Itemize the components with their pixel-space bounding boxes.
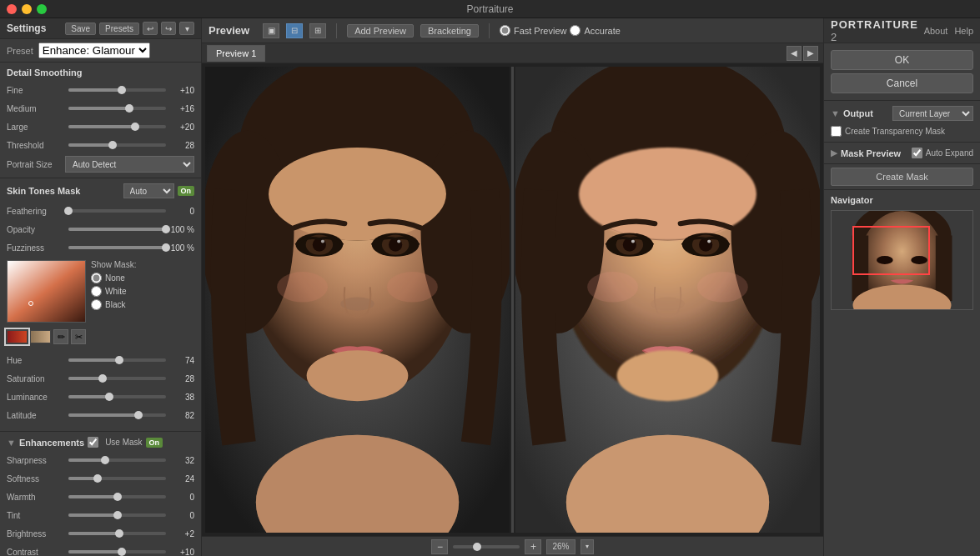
window-controls — [7, 4, 47, 14]
feathering-slider[interactable] — [68, 209, 166, 213]
tab-prev-button[interactable]: ◀ — [787, 46, 802, 61]
warmth-value: 0 — [169, 493, 194, 502]
red-swatch[interactable] — [7, 330, 28, 343]
preview-bottom-bar: − + 26% ▾ — [202, 536, 823, 556]
bracketing-button[interactable]: Bracketing — [420, 24, 479, 38]
create-mask-button[interactable]: Create Mask — [831, 168, 973, 186]
skin-mask-on-badge: On — [178, 186, 195, 196]
fine-slider[interactable] — [68, 88, 166, 92]
output-section: ▼ Output Current Layer New Layer New Doc… — [824, 101, 980, 143]
grid-view-btn[interactable]: ⊞ — [309, 23, 326, 38]
warmth-label: Warmth — [7, 493, 65, 502]
mask-preview-toggle[interactable]: ▶ — [831, 148, 837, 158]
eyedropper-add-button[interactable]: ✏ — [53, 329, 68, 344]
output-select[interactable]: Current Layer New Layer New Document — [892, 106, 973, 121]
color-point[interactable] — [28, 301, 33, 306]
sharpness-slider[interactable] — [68, 458, 166, 462]
cancel-button[interactable]: Cancel — [831, 73, 973, 93]
svg-point-15 — [397, 240, 400, 243]
eyedropper-remove-button[interactable]: ✂ — [71, 329, 86, 344]
portrait-size-select[interactable]: Auto Detect Small Medium Large — [65, 156, 194, 173]
use-mask-checkbox[interactable] — [88, 437, 98, 448]
opacity-slider-row: Opacity 100 % — [7, 222, 194, 237]
before-portrait-svg — [205, 67, 510, 533]
contrast-slider[interactable] — [68, 550, 166, 553]
skin-tones-header: Skin Tones Mask Auto Manual On — [7, 183, 194, 198]
hue-slider[interactable] — [68, 358, 166, 362]
softness-slider[interactable] — [68, 477, 166, 480]
detail-smoothing-section: Detail Smoothing Fine +10 Medium +16 — [0, 63, 201, 178]
split-view-btn[interactable]: ⊟ — [286, 23, 303, 38]
settings-title: Settings — [7, 23, 46, 34]
ok-button[interactable]: OK — [831, 50, 973, 70]
black-label: Black — [105, 300, 125, 309]
luminance-value: 38 — [169, 393, 194, 402]
latitude-slider-row: Latitude 82 — [7, 408, 194, 423]
white-radio[interactable] — [91, 286, 102, 297]
auto-expand-checkbox[interactable] — [912, 148, 922, 158]
zoom-slider-thumb[interactable] — [473, 543, 481, 551]
presets-button[interactable]: Presets — [99, 23, 139, 35]
minimize-button[interactable] — [22, 4, 32, 14]
preset-select[interactable]: Enhance: Glamour Default Enhance: Natura… — [38, 43, 150, 58]
mask-auto-select[interactable]: Auto Manual — [123, 183, 174, 198]
navigator-thumbnail[interactable] — [831, 210, 973, 310]
undo-button[interactable]: ↩ — [143, 22, 158, 35]
none-radio[interactable] — [91, 273, 102, 283]
white-label: White — [105, 287, 127, 296]
left-panel-header: Settings Save Presets ↩ ↪ ▾ — [0, 18, 201, 39]
medium-slider[interactable] — [68, 107, 166, 110]
single-view-btn[interactable]: ▣ — [263, 23, 279, 38]
redo-button[interactable]: ↪ — [161, 22, 176, 35]
none-radio-row: None — [91, 273, 194, 283]
navigator-viewport-box[interactable] — [852, 226, 930, 275]
opacity-slider[interactable] — [68, 228, 166, 231]
mask-preview-header: ▶ Mask Preview Auto Expand — [831, 148, 973, 158]
threshold-slider[interactable] — [68, 143, 166, 147]
large-slider[interactable] — [68, 125, 166, 128]
zoom-level-display: 26% — [546, 539, 575, 554]
menu-arrow-button[interactable]: ▾ — [179, 22, 194, 35]
color-gradient[interactable] — [7, 260, 86, 323]
black-radio[interactable] — [91, 299, 102, 310]
zoom-slider-track[interactable] — [453, 545, 520, 548]
preview-divider[interactable] — [511, 67, 514, 533]
latitude-slider[interactable] — [68, 413, 166, 417]
latitude-value: 82 — [169, 411, 194, 420]
close-button[interactable] — [7, 4, 17, 14]
saturation-slider[interactable] — [68, 377, 166, 380]
warmth-slider[interactable] — [68, 495, 166, 498]
portrait-size-row: Portrait Size Auto Detect Small Medium L… — [7, 156, 194, 173]
zoom-out-button[interactable]: − — [431, 539, 448, 554]
add-preview-button[interactable]: Add Preview — [347, 24, 414, 38]
preview-tab-1[interactable]: Preview 1 — [207, 45, 265, 62]
brightness-slider[interactable] — [68, 532, 166, 535]
latitude-label: Latitude — [7, 411, 65, 420]
tan-swatch[interactable] — [30, 330, 51, 343]
preset-label: Preset — [7, 46, 33, 56]
accurate-radio[interactable] — [570, 25, 580, 36]
save-button[interactable]: Save — [65, 23, 96, 35]
fuzziness-slider[interactable] — [68, 246, 166, 249]
threshold-slider-row: Threshold 28 — [7, 138, 194, 153]
output-header: ▼ Output Current Layer New Layer New Doc… — [831, 106, 973, 121]
about-link[interactable]: About — [924, 26, 948, 36]
tab-next-button[interactable]: ▶ — [803, 46, 818, 61]
svg-point-18 — [387, 272, 438, 302]
left-panel: Settings Save Presets ↩ ↪ ▾ Preset Enhan… — [0, 18, 202, 556]
maximize-button[interactable] — [37, 4, 47, 14]
transparency-checkbox[interactable] — [831, 126, 842, 137]
zoom-dropdown-button[interactable]: ▾ — [580, 539, 594, 554]
luminance-slider[interactable] — [68, 395, 166, 398]
output-toggle[interactable]: ▼ — [831, 108, 840, 118]
enhancements-title: Enhancements — [19, 438, 84, 448]
black-radio-row: Black — [91, 299, 194, 310]
large-label: Large — [7, 123, 65, 132]
tint-slider[interactable] — [68, 513, 166, 517]
enhancements-toggle[interactable]: ▼ — [7, 438, 16, 448]
zoom-in-button[interactable]: + — [525, 539, 541, 554]
fast-preview-radio[interactable] — [500, 25, 510, 36]
large-slider-row: Large +20 — [7, 119, 194, 134]
tint-value: 0 — [169, 511, 194, 520]
help-link[interactable]: Help — [954, 26, 973, 36]
